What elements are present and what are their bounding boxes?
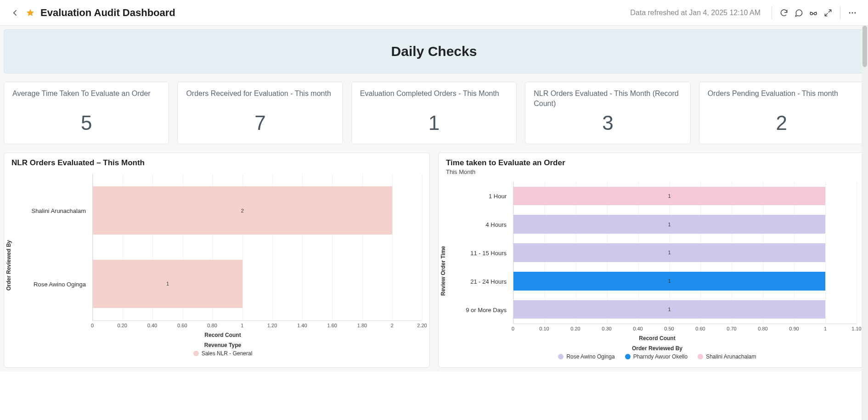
data-label: 1 — [668, 193, 671, 199]
svg-point-2 — [849, 12, 851, 13]
kpi-label: NLR Orders Evaluated - This Month (Recor… — [534, 89, 682, 109]
kpi-label: Evaluation Completed Orders - This Month — [360, 89, 508, 109]
x-tick-label: 1 — [824, 326, 827, 331]
x-tick-label: 0.80 — [207, 323, 217, 328]
refresh-icon — [779, 8, 789, 17]
favorite-button[interactable] — [23, 6, 38, 20]
more-button[interactable] — [845, 6, 860, 20]
chart-subtitle: This Month — [446, 168, 857, 175]
data-label: 1 — [668, 250, 671, 255]
bar[interactable]: 1 — [513, 215, 825, 234]
y-tick-label: 11 - 15 Hours — [458, 239, 509, 267]
x-tick-label: 0.50 — [664, 326, 674, 331]
comment-button[interactable] — [791, 6, 806, 20]
glasses-icon — [809, 8, 818, 17]
plot-area: 21 — [92, 174, 422, 321]
kpi-card[interactable]: Evaluation Completed Orders - This Month… — [351, 82, 517, 144]
scrollbar[interactable] — [862, 26, 868, 371]
kpi-value: 7 — [186, 112, 334, 134]
y-tick-label: Rose Awino Oginga — [23, 247, 89, 321]
legend-label: Rose Awino Oginga — [566, 353, 614, 360]
x-tick-label: 1.40 — [297, 323, 307, 328]
kpi-value: 1 — [360, 112, 508, 134]
refresh-button[interactable] — [777, 6, 791, 20]
legend-item[interactable]: Rose Awino Oginga — [558, 353, 614, 360]
expand-icon — [823, 8, 833, 17]
view-mode-button[interactable] — [806, 6, 821, 20]
header: Evaluation Audit Dashboard Data refreshe… — [0, 0, 868, 26]
refreshed-at: Data refreshed at Jan 4, 2025 12:10 AM — [630, 9, 761, 17]
kpi-label: Average Time Taken To Evaluate an Order — [12, 89, 160, 109]
dots-icon — [848, 8, 857, 17]
page-body: Daily Checks Average Time Taken To Evalu… — [0, 26, 868, 371]
plot-area: 11111 — [513, 182, 857, 324]
divider — [840, 6, 840, 19]
bar[interactable]: 2 — [93, 186, 392, 235]
legend-swatch — [625, 354, 631, 359]
x-tick-label: 0.20 — [570, 326, 580, 331]
arrow-left-icon — [11, 8, 20, 17]
bar[interactable]: 1 — [513, 272, 825, 291]
x-tick-label: 1.60 — [327, 323, 337, 328]
kpi-card[interactable]: NLR Orders Evaluated - This Month (Recor… — [525, 82, 690, 144]
kpi-row: Average Time Taken To Evaluate an Order … — [4, 82, 864, 144]
x-tick-label: 1.10 — [851, 326, 861, 331]
svg-point-4 — [854, 12, 856, 13]
back-button[interactable] — [8, 6, 23, 20]
x-tick-label: 1.20 — [267, 323, 277, 328]
x-tick-label: 0.20 — [118, 323, 127, 328]
comment-icon — [794, 8, 803, 17]
bar[interactable]: 1 — [93, 260, 242, 308]
kpi-card[interactable]: Orders Received for Evaluation - This mo… — [177, 82, 343, 144]
y-axis-label: Review Order Time — [440, 246, 446, 296]
legend-item[interactable]: Shalini Arunachalam — [698, 353, 756, 360]
kpi-card[interactable]: Average Time Taken To Evaluate an Order … — [4, 82, 169, 144]
data-label: 1 — [668, 222, 671, 227]
bar[interactable]: 1 — [513, 300, 825, 319]
x-tick-label: 2.20 — [417, 323, 427, 328]
x-tick-label: 0 — [91, 323, 94, 328]
y-tick-label: 4 Hours — [458, 210, 509, 239]
x-axis-label: Record Count — [23, 332, 422, 338]
legend-swatch — [193, 351, 199, 356]
bar[interactable]: 1 — [513, 187, 825, 206]
x-tick-label: 0.90 — [789, 326, 799, 331]
y-tick-label: Shalini Arunachalam — [23, 174, 89, 247]
data-label: 2 — [241, 208, 244, 213]
scrollbar-thumb[interactable] — [862, 26, 867, 67]
bar[interactable]: 1 — [513, 243, 825, 262]
x-tick-label: 0.40 — [633, 326, 643, 331]
data-label: 1 — [668, 278, 671, 284]
legend-swatch — [698, 354, 703, 359]
x-tick-label: 0.30 — [602, 326, 611, 331]
data-label: 1 — [166, 281, 169, 286]
x-tick-label: 0 — [512, 326, 514, 331]
x-tick-label: 1.80 — [357, 323, 367, 328]
legend-label: Pharndy Awuor Okello — [633, 353, 688, 360]
x-tick-label: 2 — [391, 323, 394, 328]
chart-card-nlr[interactable]: NLR Orders Evaluated – This MonthOrder R… — [4, 152, 430, 368]
x-tick-label: 1 — [241, 323, 243, 328]
x-tick-label: 0.40 — [147, 323, 157, 328]
chart-title: Time taken to Evaluate an Order — [446, 158, 857, 168]
kpi-card[interactable]: Orders Pending Evaluation - This month 2 — [699, 82, 864, 144]
expand-button[interactable] — [821, 6, 835, 20]
y-tick-label: 9 or More Days — [458, 296, 509, 324]
divider — [772, 6, 772, 19]
svg-point-3 — [852, 12, 853, 13]
legend-title: Revenue Type — [23, 342, 422, 348]
kpi-value: 3 — [534, 112, 682, 134]
legend-item[interactable]: Pharndy Awuor Okello — [625, 353, 688, 360]
kpi-label: Orders Received for Evaluation - This mo… — [186, 89, 334, 109]
charts-row: NLR Orders Evaluated – This MonthOrder R… — [4, 152, 864, 368]
legend-item[interactable]: Sales NLR - General — [193, 350, 253, 357]
chart-title: NLR Orders Evaluated – This Month — [11, 158, 422, 168]
x-tick-label: 0.70 — [727, 326, 736, 331]
kpi-value: 5 — [12, 112, 160, 134]
y-tick-label: 1 Hour — [458, 182, 509, 210]
x-tick-label: 0.60 — [177, 323, 187, 328]
banner-title: Daily Checks — [4, 44, 864, 59]
legend-title: Order Reviewed By — [458, 345, 857, 352]
chart-card-time[interactable]: Time taken to Evaluate an OrderThis Mont… — [438, 152, 864, 368]
x-axis-label: Record Count — [458, 335, 857, 342]
